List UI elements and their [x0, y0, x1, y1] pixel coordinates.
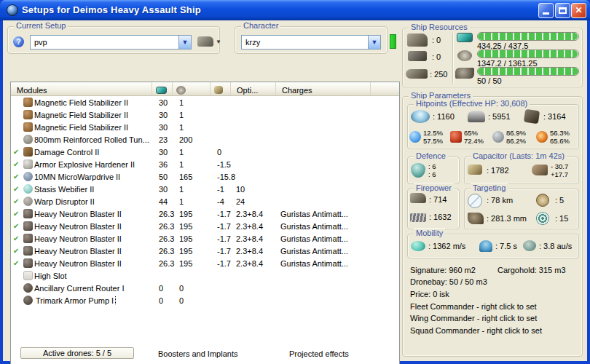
signature-value: Signature: 960 m2: [410, 266, 476, 274]
module-icon-cell: [21, 147, 34, 157]
title-bar[interactable]: Setups for Deimos Heavy Assault Ship ✕: [0, 0, 590, 20]
setup-combobox-arrow[interactable]: ▼: [178, 36, 191, 49]
module-powergrid-value: 1: [173, 111, 211, 119]
module-name: Magnetic Field Stabilizer II: [34, 98, 128, 107]
drone-bandwidth-icon: [455, 68, 474, 79]
module-row[interactable]: ✔Heavy Neutron Blaster II26.3195-1.72.3+…: [11, 207, 399, 220]
module-icon-cell: [21, 184, 34, 194]
module-name-cell: Warp Disruptor II: [34, 197, 152, 206]
module-row[interactable]: ✔Warp Disruptor II441-424: [11, 195, 399, 207]
active-drones-button[interactable]: Active drones: 5 / 5: [20, 347, 134, 359]
minimize-button[interactable]: [538, 3, 554, 18]
defence-group: Defence : 6: 6: [407, 157, 460, 184]
modules-table-header[interactable]: Modules Opti... Charges: [11, 82, 399, 96]
module-powergrid-value: 1: [173, 160, 211, 169]
module-cpu-value: 30: [152, 148, 173, 157]
close-button[interactable]: ✕: [571, 3, 586, 18]
blaster-module-icon: [23, 246, 33, 256]
column-powergrid[interactable]: [173, 82, 211, 95]
module-row[interactable]: Magnetic Field Stabilizer II301: [11, 96, 399, 108]
module-cpu-value: 44: [152, 197, 173, 206]
module-row[interactable]: ✔Heavy Neutron Blaster II26.3195-1.72.3+…: [11, 245, 399, 257]
projected-effects-tab[interactable]: Projected effects: [289, 349, 349, 358]
column-optimal[interactable]: Opti...: [231, 82, 276, 95]
character-combobox-value: krzy: [242, 36, 368, 49]
module-name-cell: Stasis Webifier II: [34, 185, 152, 194]
character-combobox-arrow[interactable]: ▼: [368, 36, 380, 49]
module-icon-cell: [21, 135, 34, 144]
module-row[interactable]: Ancillary Current Router I00: [11, 282, 399, 294]
firepower-group: Firepower : 714 : 1632: [407, 189, 460, 229]
mwd-module-icon: [23, 172, 33, 181]
module-row[interactable]: Magnetic Field Stabilizer II301: [11, 121, 399, 133]
ship-parameters-group: Ship Parameters Hitpoints (Effective HP:…: [402, 96, 583, 357]
column-modules[interactable]: Modules: [11, 82, 152, 95]
fleet-commander-setting[interactable]: Fleet Commander - right click to set: [410, 302, 537, 311]
character-combobox[interactable]: krzy ▼: [241, 35, 381, 50]
module-row[interactable]: Magnetic Field Stabilizer II301: [11, 108, 399, 121]
module-cpu-value: 36: [152, 160, 173, 169]
module-row[interactable]: ✔Armor Explosive Hardener II361-1.5: [11, 158, 399, 170]
module-powergrid-value: 195: [173, 222, 211, 231]
sensor-strength-value: : 15: [555, 214, 568, 223]
module-icon-cell: [21, 159, 34, 169]
module-icon-cell: [21, 296, 34, 305]
module-name: Magnetic Field Stabilizer II: [34, 123, 128, 132]
character-label: Character: [241, 21, 280, 30]
blaster-module-icon: [23, 209, 33, 218]
squad-commander-setting[interactable]: Squad Commander - right click to set: [410, 326, 542, 335]
magstab-module-icon: [23, 110, 33, 119]
module-name-cell: Trimark Armor Pump I: [34, 296, 152, 305]
app-icon: [7, 4, 18, 16]
module-row[interactable]: ✔Heavy Neutron Blaster II26.3195-1.72.3+…: [11, 257, 399, 269]
capacitor-label: Capacitor (Lasts: 1m 42s): [471, 151, 567, 160]
armor-hp-value: : 5951: [488, 112, 511, 121]
module-row[interactable]: High Slot: [11, 269, 399, 282]
module-charges-value: Guristas Antimatt...: [276, 247, 371, 256]
module-powergrid-value: 195: [173, 234, 211, 243]
current-setup-label: Current Setup: [14, 21, 68, 30]
firepower-label: Firepower: [414, 183, 454, 192]
boosters-implants-tab[interactable]: Boosters and Implants: [158, 349, 237, 358]
module-row[interactable]: ✔Damage Control II3010: [11, 146, 399, 158]
armor-hp-icon: [468, 111, 485, 122]
module-row[interactable]: ✔10MN MicroWarpdrive II50165-15.8: [11, 170, 399, 183]
fitting-tools-icon[interactable]: [197, 36, 213, 47]
speed-icon: [411, 241, 425, 251]
column-cpu[interactable]: [152, 82, 173, 95]
module-row[interactable]: ✔Stasis Webifier II301-110: [11, 183, 399, 195]
hitpoints-label: Hitpoints (Effective HP: 30,608): [414, 99, 530, 108]
module-powergrid-value: 200: [173, 135, 211, 144]
column-charges[interactable]: Charges: [276, 82, 371, 95]
capacitor-amount-value: : 1782: [487, 166, 509, 175]
module-powergrid-value: 165: [173, 173, 211, 181]
help-icon[interactable]: ?: [13, 36, 24, 47]
em-resist-icon: [409, 131, 421, 143]
setup-combobox[interactable]: pvp ▼: [30, 35, 192, 50]
module-powergrid-value: 195: [173, 259, 211, 268]
column-capacitor[interactable]: [211, 82, 231, 95]
drone-bar: [477, 67, 579, 76]
module-row[interactable]: ✔Heavy Neutron Blaster II26.3195-1.72.3+…: [11, 232, 399, 245]
mobility-label: Mobility: [414, 229, 445, 237]
module-cap-value: -1.7: [211, 210, 231, 218]
module-name: Ancillary Current Router I: [34, 284, 125, 293]
module-icon-cell: [21, 221, 34, 231]
module-row[interactable]: Trimark Armor Pump I00: [11, 294, 399, 306]
powergrid-icon: [457, 50, 472, 61]
module-icon-cell: [21, 234, 34, 243]
module-name: High Slot: [34, 272, 67, 280]
wing-commander-setting[interactable]: Wing Commander - right click to set: [410, 314, 537, 323]
module-active-check: ✔: [11, 247, 21, 255]
fitting-tools-caret-icon[interactable]: ▼: [216, 39, 221, 45]
defence-values: : 6: 6: [428, 162, 436, 178]
warp-speed-icon: [523, 240, 536, 251]
module-cpu-value: 30: [152, 123, 173, 132]
blaster-module-icon: [23, 258, 33, 268]
module-row[interactable]: ✔Heavy Neutron Blaster II26.3195-1.72.3+…: [11, 220, 399, 232]
maximize-button[interactable]: [555, 3, 570, 18]
character-status-indicator: [390, 34, 396, 49]
module-cap-value: -1.5: [211, 160, 231, 169]
module-row[interactable]: 800mm Reinforced Rolled Tun...23200: [11, 133, 399, 146]
column-spacer: [371, 82, 399, 95]
